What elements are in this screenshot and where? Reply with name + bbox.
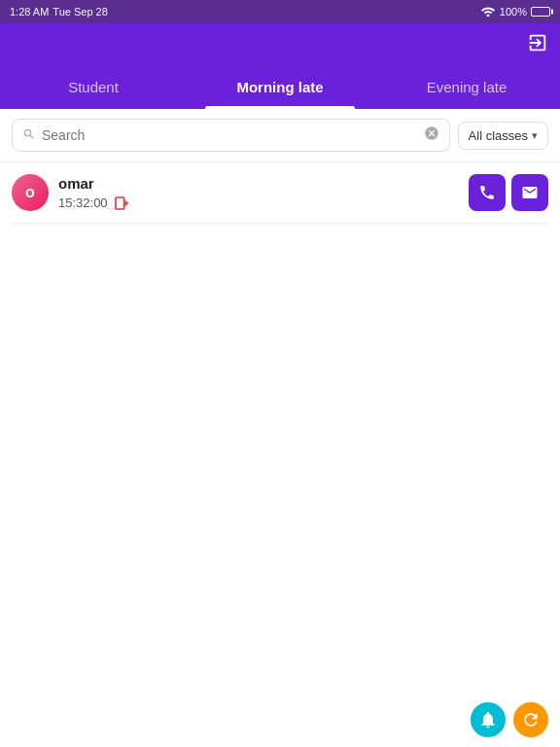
table-row: o omar 15:32:00 [12,162,548,224]
date-display: Tue Sep 28 [52,6,107,18]
battery-icon [531,7,550,17]
student-info: omar 15:32:00 [58,175,130,211]
clear-search-icon[interactable] [424,125,439,145]
tab-student[interactable]: Student [0,66,187,109]
bottom-bar [471,702,548,737]
logout-button[interactable] [527,32,548,58]
tab-morning-late[interactable]: Morning late [187,66,373,109]
tab-evening-late[interactable]: Evening late [373,66,560,109]
search-bar-row: All classes ▾ [0,109,560,162]
avatar: o [12,174,49,211]
tab-bar: Student Morning late Evening late [0,66,560,109]
class-filter-label: All classes [469,128,528,143]
action-buttons [469,174,548,211]
search-icon [22,127,36,144]
search-input[interactable] [42,127,418,143]
search-box[interactable] [12,119,450,152]
wifi-icon [480,5,496,18]
student-left: o omar 15:32:00 [12,174,130,211]
notification-bell-button[interactable] [471,702,506,737]
chevron-down-icon: ▾ [532,129,538,142]
time-display: 1:28 AM [10,6,49,18]
status-bar: 1:28 AM Tue Sep 28 100% [0,0,560,23]
student-name: omar [58,175,130,192]
refresh-button[interactable] [513,702,548,737]
exit-arrow-icon [113,196,130,211]
class-filter-dropdown[interactable]: All classes ▾ [458,122,548,150]
app-header [0,23,560,66]
email-button[interactable] [511,174,548,211]
status-bar-right: 100% [480,5,550,18]
status-bar-left: 1:28 AM Tue Sep 28 [10,6,108,18]
student-list: o omar 15:32:00 [0,162,560,224]
student-time: 15:32:00 [58,196,130,211]
battery-percent: 100% [500,6,527,18]
call-button[interactable] [469,174,506,211]
svg-rect-0 [116,197,124,209]
